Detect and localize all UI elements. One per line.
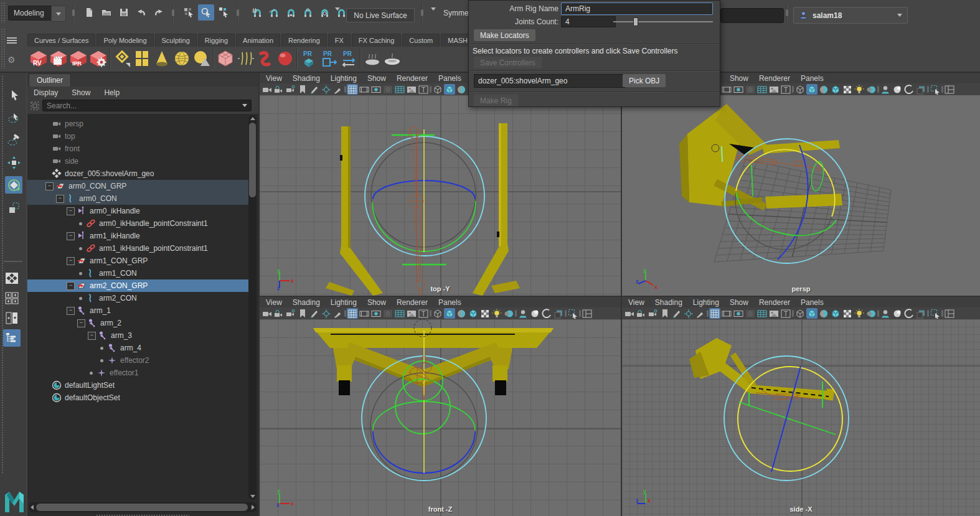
snap-grid-button[interactable] <box>249 4 265 21</box>
joints-count-input[interactable]: 4 <box>561 16 616 27</box>
viewport-menu-shading[interactable]: Shading <box>655 298 682 307</box>
viewport-menu-lighting[interactable]: Lighting <box>693 298 719 307</box>
snap-projected-center-button[interactable] <box>299 4 316 21</box>
resolution-gate-icon[interactable] <box>370 84 382 95</box>
viewport-menu-view[interactable]: View <box>628 298 644 307</box>
shelf-item-ipr[interactable]: IPR <box>68 48 88 69</box>
shelf-tab-animation[interactable]: Animation <box>236 34 280 47</box>
viewport-side-canvas[interactable]: y z x side -X <box>622 319 980 516</box>
wireframe-cube-icon[interactable] <box>432 84 443 95</box>
shelf-tab-rendering[interactable]: Rendering <box>281 34 327 47</box>
image-plane-icon[interactable] <box>406 84 417 95</box>
viewport-menu-renderer[interactable]: Renderer <box>397 298 428 307</box>
pick-obj-button[interactable]: Pick OBJ <box>623 74 666 87</box>
draw-paint-icon[interactable] <box>671 308 682 319</box>
gate-mask-icon[interactable] <box>745 308 756 319</box>
lock-camera-icon[interactable] <box>636 308 647 319</box>
outliner-item-persp[interactable]: persp <box>27 118 248 130</box>
arm-rig-name-input[interactable]: ArmRig <box>561 2 713 15</box>
file-open-button[interactable] <box>98 4 115 21</box>
grid-icon[interactable] <box>347 84 358 95</box>
shelf-item-sphere-mtn[interactable] <box>192 48 212 69</box>
shaded-cube-icon[interactable] <box>444 84 455 95</box>
bookmark-icon[interactable] <box>297 308 308 319</box>
viewport-persp-canvas[interactable]: y z x persp <box>622 95 980 296</box>
tool-move[interactable] <box>5 154 22 171</box>
outliner-tab[interactable]: Outliner <box>29 73 71 87</box>
shaded-sphere-icon[interactable] <box>503 308 514 319</box>
toolbar-right-field[interactable] <box>720 8 784 23</box>
bookmark-icon[interactable] <box>659 308 671 319</box>
tool-scale[interactable] <box>5 199 22 216</box>
viewport-menu-panels[interactable]: Panels <box>438 298 461 307</box>
shelf-item-nurbs-diamond[interactable] <box>112 48 132 69</box>
shelf-tab-fx-caching[interactable]: FX Caching <box>352 34 401 47</box>
shelf-item-fx-sphere[interactable] <box>275 48 295 69</box>
toolbar-drag-handle[interactable] <box>1 2 6 23</box>
textured-cube-icon[interactable] <box>830 84 841 95</box>
make-locators-button[interactable]: Make Locators <box>474 29 535 41</box>
draw-paint-icon[interactable] <box>309 84 320 95</box>
shelf-tab-curves-surfaces[interactable]: Curves / Surfaces <box>27 34 95 47</box>
outliner-horizontal-scrollbar[interactable] <box>29 502 257 512</box>
expand-collapse-toggle[interactable]: − <box>45 182 54 190</box>
shaded-sphere-icon[interactable] <box>865 308 877 319</box>
viewport-front-canvas[interactable]: y x z front -Z <box>260 319 621 516</box>
shelf-item-poly-grid[interactable] <box>132 48 152 69</box>
viewport-menu-show[interactable]: Show <box>367 298 386 307</box>
shelf-item-clapper[interactable] <box>49 48 68 69</box>
xray-sphere-icon[interactable] <box>529 308 540 319</box>
light-bulb-icon[interactable] <box>854 308 865 319</box>
light-bulb-icon[interactable] <box>854 84 865 95</box>
field-chart-icon[interactable] <box>756 84 768 95</box>
outliner-item-arm1_ikHandle_pointConstraint1[interactable]: arm1_ikHandle_pointConstraint1 <box>27 242 248 255</box>
checker-icon[interactable] <box>842 308 853 319</box>
outliner-menu-display[interactable]: Display <box>34 88 58 97</box>
layout-two-panes[interactable] <box>3 309 21 327</box>
half-sphere-icon[interactable] <box>456 84 467 95</box>
expand-collapse-toggle[interactable]: − <box>67 257 75 265</box>
safe-title-icon[interactable]: T <box>780 308 791 319</box>
panel-layout-icon[interactable] <box>582 308 593 319</box>
outliner-filter-icon[interactable] <box>30 101 40 111</box>
wireframe-cube-icon[interactable] <box>432 308 443 319</box>
tool-lasso-select[interactable] <box>5 109 22 126</box>
outliner-item-effector1[interactable]: effector1 <box>27 367 248 379</box>
brush-icon[interactable] <box>695 308 706 319</box>
pivot-icon[interactable] <box>683 308 694 319</box>
lock-camera-icon[interactable] <box>273 308 285 319</box>
camera-icon[interactable] <box>624 308 635 319</box>
checker-icon[interactable] <box>479 308 491 319</box>
resolution-gate-icon[interactable] <box>733 308 744 319</box>
symmetry-caret-icon[interactable] <box>431 7 436 19</box>
field-chart-icon[interactable] <box>756 308 768 319</box>
shaded-cube-icon[interactable] <box>806 308 817 319</box>
select-component-button[interactable] <box>215 4 232 21</box>
joints-count-slider[interactable] <box>613 16 713 27</box>
viewport-menu-view[interactable]: View <box>266 74 282 83</box>
arc-icon[interactable] <box>903 308 915 319</box>
outliner-item-arm0_CON_GRP[interactable]: −arm0_CON_GRP <box>27 180 248 192</box>
select-hierarchy-button[interactable] <box>181 4 197 21</box>
viewport-top-canvas[interactable]: y x z top -Y <box>260 95 621 296</box>
shelf-tab-custom[interactable]: Custom <box>402 34 440 47</box>
outliner-search-input[interactable]: Search... <box>42 100 252 111</box>
resolution-gate-icon[interactable] <box>370 308 382 319</box>
camera-attributes-icon[interactable] <box>285 84 296 95</box>
light-set-icon[interactable] <box>880 84 891 95</box>
bookmark-icon[interactable] <box>297 84 308 95</box>
outliner-item-arm_1[interactable]: −arm_1 <box>27 304 248 317</box>
shelf-item-cone[interactable] <box>152 48 172 69</box>
gate-mask-icon[interactable] <box>382 84 393 95</box>
outliner-menu-help[interactable]: Help <box>104 88 120 97</box>
arc-icon[interactable] <box>903 84 915 95</box>
shelf-item-pie-2[interactable] <box>382 48 402 69</box>
field-chart-icon[interactable] <box>394 84 405 95</box>
outliner-item-arm_3[interactable]: −arm_3 <box>27 329 248 342</box>
shelf-menu-icon[interactable] <box>7 36 17 44</box>
shelf-item-fx-strokes[interactable] <box>235 48 255 69</box>
shaded-sphere-icon[interactable] <box>865 84 877 95</box>
safe-title-icon[interactable]: T <box>418 84 429 95</box>
live-surface-field[interactable]: No Live Surface <box>346 8 415 22</box>
viewport-side[interactable]: ViewShadingLightingShowRendererPanels T <box>622 297 980 516</box>
